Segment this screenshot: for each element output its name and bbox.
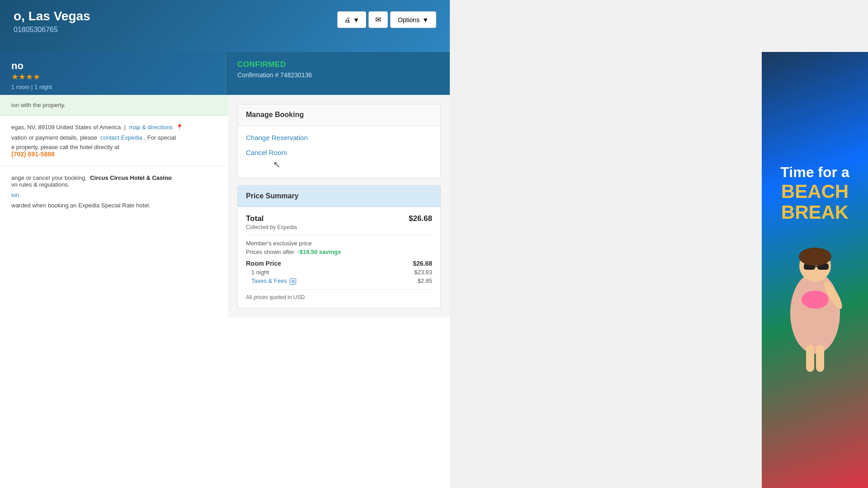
options-label: Options <box>398 16 420 23</box>
room-price-amount: $26.68 <box>413 260 432 267</box>
options-button[interactable]: Options ▼ <box>390 11 436 28</box>
cancellation-policy-link[interactable]: ion <box>11 192 19 198</box>
email-icon: ✉ <box>375 16 381 23</box>
cursor-indicator: ↖ <box>273 160 281 169</box>
room-price-row: Room Price $26.68 <box>246 260 432 267</box>
confirmation-value: 748230136 <box>280 71 312 79</box>
price-summary-body: Total Collected by Expedia $26.68 Member… <box>238 207 440 308</box>
svg-point-6 <box>802 291 829 309</box>
total-amount: $26.68 <box>409 214 432 223</box>
ad-woman-graphic <box>779 232 851 376</box>
taxes-row: Taxes & Fees ⊞ $2.85 <box>246 277 432 285</box>
cancel-room-link[interactable]: Cancel Room <box>246 149 432 156</box>
room-price-label: Room Price <box>246 260 281 267</box>
price-summary-header: Price Summary <box>238 186 440 207</box>
total-label: Total <box>246 214 297 223</box>
ad-line2: BEACH <box>781 181 849 202</box>
cancel-prefix: ange or cancel your booking, <box>11 174 87 181</box>
contact-prefix: vation or payment details, please <box>11 134 97 141</box>
night-row: 1 night $23.83 <box>246 269 432 276</box>
contact-suffix: . For special <box>144 134 176 141</box>
svg-rect-8 <box>816 345 824 372</box>
total-row: Total Collected by Expedia $26.68 <box>246 214 432 235</box>
manage-booking-header: Manage Booking <box>238 104 440 126</box>
header-actions: 🖨 ▼ ✉ Options ▼ <box>337 11 436 28</box>
star-rating: ★★★★ <box>11 72 40 82</box>
change-reservation-link[interactable]: Change Reservation <box>246 134 432 141</box>
svg-rect-7 <box>806 345 814 372</box>
room-nights: 1 room | 1 night <box>11 84 214 90</box>
total-left: Total Collected by Expedia <box>246 214 297 230</box>
price-summary-card: Price Summary Total Collected by Expedia… <box>237 185 441 308</box>
hotel-info-block: no ★★★★ 1 room | 1 night <box>0 52 226 95</box>
hotel-bold-name: Circus Circus Hotel & Casino <box>90 174 172 181</box>
options-dropdown-icon: ▼ <box>422 16 429 23</box>
savings-line: Prices shown after -$19.50 savings <box>246 249 432 255</box>
print-icon: 🖨 <box>344 16 350 23</box>
hotel-short-name: no <box>11 60 214 72</box>
ad-image: Time for a BEACH BREAK <box>762 52 868 488</box>
confirmation-section: no ★★★★ 1 room | 1 night CONFIRMED Confi… <box>0 52 450 95</box>
taxes-label: Taxes & Fees ⊞ <box>251 277 296 285</box>
svg-point-0 <box>790 272 840 354</box>
room-price-section: Room Price $26.68 1 night $23.83 Taxes &… <box>246 260 432 285</box>
taxes-info-icon[interactable]: ⊞ <box>290 278 296 285</box>
manage-booking-body: Change Reservation Cancel Room ↖ <box>238 126 440 178</box>
taxes-amount: $2.85 <box>417 277 432 285</box>
print-dropdown-icon: ▼ <box>353 16 359 23</box>
contact-expedia-link[interactable]: contact Expedia <box>100 134 142 141</box>
email-button[interactable]: ✉ <box>368 11 388 28</box>
confirmation-label: Confirmation # <box>237 71 278 79</box>
svg-point-5 <box>799 248 831 266</box>
ad-line1: Time for a <box>780 164 849 181</box>
ad-line3: BREAK <box>781 202 849 223</box>
member-exclusive: Member's exclusive price <box>246 240 432 247</box>
savings-prefix: Prices shown after <box>246 249 294 255</box>
confirmed-status: CONFIRMED <box>237 60 439 69</box>
manage-booking-card: Manage Booking Change Reservation Cancel… <box>237 104 441 178</box>
usd-note: All prices quoted in USD. <box>246 289 432 300</box>
ad-panel: Time for a BEACH BREAK <box>762 52 868 488</box>
property-call-prefix: e property, please call the hotel direct… <box>11 144 119 150</box>
night-label: 1 night <box>251 269 269 276</box>
savings-amount: -$19.50 savings <box>297 249 341 255</box>
taxes-fees-link[interactable]: Taxes & Fees <box>251 277 287 284</box>
address-text: egas, NV, 89109 United States of America <box>11 124 121 131</box>
collected-by: Collected by Expedia <box>246 224 297 230</box>
print-button[interactable]: 🖨 ▼ <box>337 11 366 28</box>
confirmation-number: Confirmation # 748230136 <box>237 71 439 79</box>
right-panel: Manage Booking Change Reservation Cancel… <box>228 95 450 317</box>
confirmed-block: CONFIRMED Confirmation # 748230136 <box>226 52 450 95</box>
page-wrapper: o, Las Vegas 01805306765 🖨 ▼ ✉ Options ▼… <box>0 0 868 488</box>
header-bar: o, Las Vegas 01805306765 🖨 ▼ ✉ Options ▼ <box>0 0 450 52</box>
map-directions-link[interactable]: map & directions <box>129 124 173 131</box>
night-amount: $23.83 <box>414 269 432 276</box>
